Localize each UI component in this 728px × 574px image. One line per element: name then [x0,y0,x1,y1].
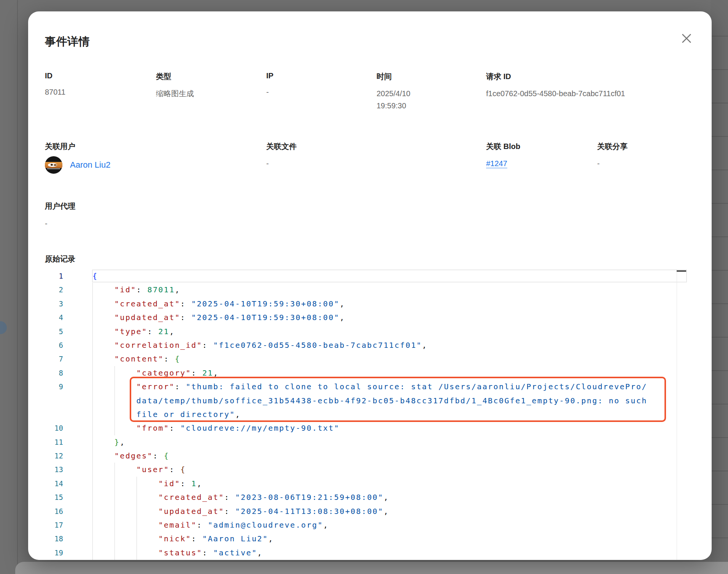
line-number: 13 [45,463,92,476]
code-text: "created_at": "2023-08-06T19:21:59+08:00… [92,490,389,504]
dimmed-background-table [711,0,728,574]
code-text: "user": { [92,463,186,476]
code-line: 3"created_at": "2025-04-10T19:59:30+08:0… [45,297,687,311]
indent-guide [114,366,115,380]
field-label: IP [266,71,369,80]
code-text: "storage": 1092819521, [92,560,279,560]
indent-guide [92,532,93,545]
indent-guide [92,546,93,560]
user-avatar[interactable] [45,156,62,174]
field-value: - [266,86,369,98]
code-text: "type": 21, [92,325,175,338]
indent-guide [137,560,137,560]
field-label: 原始记录 [45,254,695,264]
code-line: 8"category": 21, [45,366,687,380]
code-text: data/temp/thumb/soffice_31b54438-ecbb-4f… [92,394,647,408]
indent-guide [114,380,115,421]
field-value: 缩略图生成 [156,87,259,100]
related-user-row: Aaron Liu2 [45,156,259,174]
field-time: 时间 2025/4/10 19:59:30 [377,71,486,112]
code-line: 19"status": "active", [45,546,687,560]
field-label: 类型 [156,71,259,82]
indent-guide [114,518,115,532]
code-text: "status": "active", [92,546,263,560]
code-line: 11}, [45,435,687,449]
line-number: 1 [45,269,92,283]
indent-guide [114,477,115,490]
field-value: - [597,157,687,170]
indent-guide [92,435,93,449]
indent-guide [114,421,115,435]
dimmed-background-divider [17,0,18,574]
field-label: 时间 [377,71,478,82]
related-blob-link[interactable]: #1247 [486,159,507,168]
indent-guide [92,325,93,338]
indent-guide [92,490,93,504]
field-label: 关联分享 [597,141,687,152]
code-text: "email": "admin@cloudreve.org", [92,518,329,532]
line-number: 16 [45,504,92,518]
indent-guide [137,532,137,545]
indent-guide [92,518,93,532]
field-related-share: 关联分享 - [597,141,695,174]
line-number: 4 [45,311,92,324]
indent-guide [92,380,93,421]
code-text: "content": { [92,352,180,366]
avatar-art [51,164,53,166]
indent-guide [114,546,115,560]
field-related-user: 关联用户 Aaron Liu2 [45,141,266,174]
indent-guide [137,504,137,518]
code-line: 13"user": { [45,463,687,476]
field-label: 关联文件 [266,141,478,152]
code-text: "id": 87011, [92,283,180,297]
line-number: 15 [45,490,92,504]
field-value: 87011 [45,86,148,98]
code-text: { [92,269,98,283]
close-button[interactable] [678,30,695,47]
dialog-title: 事件详情 [45,29,90,49]
json-code-editor[interactable]: 1{2"id": 87011,3"created_at": "2025-04-1… [45,269,687,560]
code-text: "id": 1, [92,477,202,490]
code-line: 12"edges": { [45,449,687,463]
line-number: 17 [45,518,92,532]
field-request-id: 请求 ID f1ce0762-0d55-4580-beab-7cabc711cf… [486,71,695,112]
field-related-blob: 关联 Blob #1247 [486,141,597,174]
line-number: 10 [45,421,92,435]
code-line: 16"updated_at": "2025-04-11T13:08:30+08:… [45,504,687,518]
indent-guide [92,352,93,366]
field-label: 用户代理 [45,201,695,211]
indent-guide [92,449,93,463]
indent-guide [92,283,93,297]
field-label: ID [45,71,148,80]
dimmed-background-fab [0,321,7,334]
field-id: ID 87011 [45,71,156,112]
line-number: 5 [45,325,92,338]
line-number: 7 [45,352,92,366]
field-value: 2025/4/10 19:59:30 [377,87,427,112]
line-number: 8 [45,366,92,380]
code-text: "edges": { [92,449,169,463]
indent-guide [114,504,115,518]
line-number [45,408,92,421]
code-text: "correlation_id": "f1ce0762-0d55-4580-be… [92,338,428,352]
code-line: 2"id": 87011, [45,283,687,297]
code-line: 5"type": 21, [45,325,687,338]
event-details-dialog: 事件详情 ID 87011 类型 缩略图生成 IP - 时间 2025/4/10… [28,11,712,560]
line-number: 6 [45,338,92,352]
code-text: "nick": "Aaron Liu2", [92,532,274,545]
info-grid-row2: 关联用户 Aaron Liu2 关联文件 - 关联 Blob #1247 关联分… [45,141,695,174]
code-line: 17"email": "admin@cloudreve.org", [45,518,687,532]
code-text: "from": "cloudreve://my/empty-90.txt" [92,421,340,435]
field-type: 类型 缩略图生成 [156,71,266,112]
indent-guide [92,504,93,518]
indent-guide [114,532,115,545]
line-number: 20 [45,560,92,560]
code-line: 9"error": "thumb: failed to clone to loc… [45,380,687,421]
line-number: 12 [45,449,92,463]
code-text: "created_at": "2025-04-10T19:59:30+08:00… [92,297,345,311]
related-user-link[interactable]: Aaron Liu2 [70,160,110,170]
avatar-art [47,168,60,169]
line-number: 2 [45,283,92,297]
field-related-file: 关联文件 - [266,141,486,174]
indent-guide [92,463,93,476]
